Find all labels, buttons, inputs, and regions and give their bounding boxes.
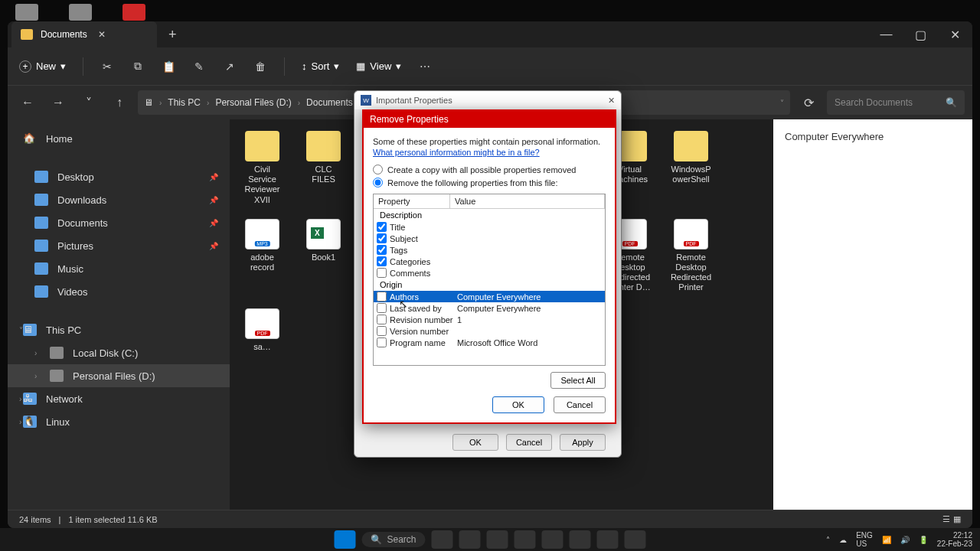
new-tab-button[interactable]: +: [168, 27, 177, 43]
property-checkbox[interactable]: [377, 256, 387, 266]
folder-icon: [674, 131, 708, 161]
cut-button[interactable]: ✂: [100, 60, 114, 73]
taskbar-app[interactable]: [514, 530, 536, 549]
parent-cancel-button[interactable]: Cancel: [506, 434, 552, 451]
sidebar-documents[interactable]: Documents📌: [8, 211, 230, 234]
tray-clock[interactable]: 22:12 22-Feb-23: [937, 531, 972, 548]
col-value[interactable]: Value: [450, 194, 605, 208]
close-tab-icon[interactable]: ✕: [98, 29, 148, 40]
recent-button[interactable]: ˅: [77, 90, 101, 115]
sidebar-pictures[interactable]: Pictures📌: [8, 234, 230, 257]
share-button[interactable]: ↗: [223, 60, 237, 73]
sidebar-videos[interactable]: Videos: [8, 280, 230, 303]
file-item[interactable]: Remote Desktop Redirected Printer Doc: [670, 219, 712, 295]
sidebar-network[interactable]: ›🖧Network: [8, 387, 230, 410]
more-button[interactable]: ⋯: [418, 60, 432, 73]
file-item[interactable]: Civil Service Reviewer XVII: [241, 131, 283, 205]
tray-wifi-icon[interactable]: 📶: [882, 536, 891, 544]
pc-icon: 🖥: [144, 97, 153, 108]
ok-button[interactable]: OK: [492, 396, 544, 413]
tray-chevron-icon[interactable]: ˄: [826, 536, 830, 544]
parent-ok-button[interactable]: OK: [452, 434, 498, 451]
sidebar-desktop[interactable]: Desktop📌: [8, 165, 230, 188]
property-row[interactable]: Program nameMicrosoft Office Word: [374, 337, 605, 348]
task-view-button[interactable]: [432, 530, 453, 549]
file-item[interactable]: adobe record: [241, 219, 283, 295]
taskbar-app[interactable]: [570, 530, 591, 549]
refresh-button[interactable]: ⟳: [796, 90, 821, 115]
new-button[interactable]: + New ▾: [19, 60, 66, 73]
tab-documents[interactable]: Documents ✕: [11, 21, 157, 47]
sidebar-music[interactable]: Music: [8, 257, 230, 280]
property-checkbox[interactable]: [377, 303, 387, 313]
property-row[interactable]: AuthorsComputer Everywhere: [374, 291, 605, 302]
xlsx-icon: [306, 219, 341, 249]
view-button[interactable]: ▦ View ▾: [356, 60, 401, 72]
tray-volume-icon[interactable]: 🔊: [900, 536, 910, 544]
select-all-button[interactable]: Select All: [550, 372, 606, 389]
radio-remove-following[interactable]: [373, 178, 383, 187]
sidebar-thispc[interactable]: ˅🖥This PC: [8, 318, 230, 341]
property-checkbox[interactable]: [377, 233, 387, 243]
close-icon[interactable]: ✕: [608, 96, 615, 106]
sort-button[interactable]: ↕ Sort ▾: [302, 60, 339, 72]
property-row[interactable]: Revision number1: [374, 314, 605, 325]
cancel-button[interactable]: Cancel: [554, 396, 606, 413]
close-window-button[interactable]: ✕: [938, 21, 972, 47]
details-view-icon[interactable]: ☰: [942, 514, 950, 524]
copy-button[interactable]: ⧉: [131, 60, 145, 73]
sidebar-home[interactable]: 🏠Home: [8, 127, 230, 150]
desktop-shortcut[interactable]: [15, 4, 38, 21]
property-row[interactable]: Categories: [374, 256, 605, 267]
start-button[interactable]: [334, 530, 355, 549]
property-row[interactable]: Title: [374, 221, 605, 233]
sidebar-linux[interactable]: ›🐧Linux: [8, 410, 230, 433]
paste-button[interactable]: 📋: [162, 60, 175, 73]
property-row[interactable]: Comments: [374, 267, 605, 279]
status-bar: 24 items | 1 item selected 11.6 KB ☰ ▦: [8, 510, 972, 528]
desktop-shortcut[interactable]: [69, 4, 92, 21]
file-item[interactable]: WindowsPowerShell: [670, 131, 712, 205]
property-row[interactable]: Subject: [374, 233, 605, 244]
property-row[interactable]: Version number: [374, 325, 605, 337]
property-checkbox[interactable]: [377, 292, 387, 302]
taskbar-app[interactable]: [459, 530, 481, 549]
rename-button[interactable]: ✎: [192, 60, 206, 73]
property-checkbox[interactable]: [377, 315, 387, 324]
file-item[interactable]: CLC FILES: [302, 131, 345, 205]
taskbar-app[interactable]: [597, 530, 619, 549]
sidebar-drive-d[interactable]: ›Personal Files (D:): [8, 364, 230, 387]
help-link[interactable]: What personal information might be in a …: [373, 148, 540, 157]
property-row[interactable]: Tags: [374, 244, 605, 256]
back-button[interactable]: ←: [15, 90, 40, 115]
parent-apply-button[interactable]: Apply: [560, 434, 606, 451]
maximize-button[interactable]: ▢: [903, 21, 938, 47]
sidebar-drive-c[interactable]: ›Local Disk (C:): [8, 341, 230, 364]
radio-create-copy[interactable]: [373, 165, 383, 174]
col-property[interactable]: Property: [374, 194, 450, 208]
file-item[interactable]: sa…: [241, 308, 283, 352]
delete-button[interactable]: 🗑: [253, 60, 267, 73]
up-button[interactable]: ↑: [107, 90, 132, 115]
tray-onedrive-icon[interactable]: ☁: [839, 536, 847, 544]
desktop-shortcut[interactable]: [122, 4, 145, 21]
tray-language[interactable]: ENG US: [856, 531, 873, 548]
taskbar-app[interactable]: [625, 530, 646, 549]
taskbar-app[interactable]: [542, 530, 564, 549]
property-checkbox[interactable]: [377, 222, 387, 232]
chevron-down-icon[interactable]: ˅: [780, 99, 784, 107]
forward-button[interactable]: →: [46, 90, 70, 115]
minimize-button[interactable]: —: [869, 21, 903, 47]
sidebar-downloads[interactable]: Downloads📌: [8, 188, 230, 211]
property-row[interactable]: Last saved byComputer Everywhere: [374, 302, 605, 314]
taskbar-search[interactable]: 🔍 Search: [361, 532, 425, 547]
file-item[interactable]: Book1: [302, 219, 345, 295]
property-checkbox[interactable]: [377, 337, 387, 347]
search-box[interactable]: Search Documents 🔍: [827, 90, 965, 115]
property-checkbox[interactable]: [377, 326, 387, 336]
property-checkbox[interactable]: [377, 245, 387, 255]
property-checkbox[interactable]: [377, 268, 387, 278]
taskbar-app[interactable]: [487, 530, 508, 549]
tray-battery-icon[interactable]: 🔋: [919, 536, 928, 544]
icons-view-icon[interactable]: ▦: [953, 514, 961, 524]
